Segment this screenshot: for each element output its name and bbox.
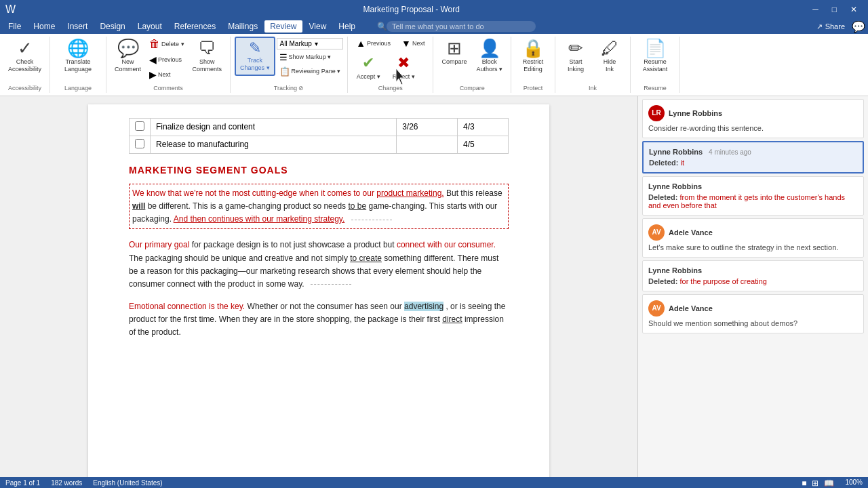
show-comments-button[interactable]: 🗨 ShowComments: [189, 37, 226, 76]
accessibility-group: ✓ CheckAccessibility Accessibility: [0, 37, 50, 93]
menu-file[interactable]: File: [3, 20, 26, 33]
reviewing-pane-icon: 📋: [279, 66, 290, 77]
comments-button[interactable]: 💬: [852, 20, 865, 33]
block-authors-button[interactable]: 👤 BlockAuthors ▾: [472, 37, 507, 76]
minimize-button[interactable]: ─: [807, 2, 824, 17]
comment-text-6: Should we mention something about demos?: [648, 319, 858, 327]
resume-assistant-icon: 📄: [644, 39, 666, 57]
window-title: Marketing Proposal - Word: [16, 5, 807, 14]
tracking-group-label: Tracking ⊘: [274, 83, 304, 93]
comment-user-5: Lynne Robbins: [648, 266, 702, 274]
table-row: Release to manufacturing 4/5: [130, 136, 509, 153]
block-authors-icon: 👤: [479, 39, 500, 57]
next-comment-button[interactable]: ▶ Next: [146, 68, 187, 81]
share-icon: ↗: [816, 22, 823, 31]
menu-help[interactable]: Help: [333, 20, 361, 33]
check-accessibility-button[interactable]: ✓ CheckAccessibility: [4, 37, 45, 76]
delete-comment-button[interactable]: 🗑 Delete ▾: [146, 37, 187, 52]
start-inking-button[interactable]: ✏ StartInking: [559, 37, 592, 76]
previous-icon: ◀: [149, 54, 157, 65]
comment-user-2: Lynne Robbins: [649, 148, 703, 156]
comment-block-4[interactable]: AV Adele Vance Let's make sure to outlin…: [642, 218, 864, 258]
resume-assistant-button[interactable]: 📄 ResumeAssistant: [635, 37, 675, 76]
reject-icon: ✖: [397, 54, 410, 72]
track-changes-icon: ✎: [249, 41, 261, 56]
read-view-button[interactable]: ■: [802, 479, 806, 488]
menu-mailings[interactable]: Mailings: [222, 20, 263, 33]
maximize-button[interactable]: □: [827, 2, 842, 17]
comment-user-1: Lynne Robbins: [669, 109, 722, 117]
date-cell-1b: 4/3: [457, 118, 508, 136]
menu-review[interactable]: Review: [264, 20, 302, 33]
comment-block-3[interactable]: Lynne Robbins Deleted: from the moment i…: [642, 176, 864, 216]
changes-group: ▲ Previous ▼ Next ✔ Accept ▾ ✖: [348, 37, 433, 93]
show-markup-icon: ☰: [279, 52, 288, 62]
ribbon: ✓ CheckAccessibility Accessibility 🌐 Tra…: [0, 34, 868, 96]
reviewing-pane-button[interactable]: 📋 Reviewing Pane ▾: [277, 65, 344, 78]
to-create-span: to create: [350, 253, 382, 263]
avatar-av-2: AV: [648, 300, 665, 317]
date-cell-1a: 3/26: [397, 118, 458, 136]
menu-design[interactable]: Design: [94, 20, 130, 33]
task-checkbox-1[interactable]: [135, 121, 144, 131]
new-comment-icon: 💬: [117, 39, 139, 57]
ink-group: ✏ StartInking 🖊 HideInk Ink: [555, 37, 631, 93]
comments-panel: LR Lynne Robbins Consider re-wording thi…: [637, 96, 868, 477]
share-button[interactable]: ↗ Share: [816, 22, 845, 31]
document-area[interactable]: Finalize design and content 3/26 4/3 Rel…: [0, 96, 637, 477]
resume-group-label: Resume: [644, 83, 667, 93]
track-changes-button[interactable]: ✎ TrackChanges ▾: [235, 37, 275, 76]
close-button[interactable]: ✕: [845, 2, 863, 17]
avatar-lr-1: LR: [648, 105, 665, 121]
translate-language-button[interactable]: 🌐 TranslateLanguage: [54, 37, 102, 76]
tracking-group: ✎ TrackChanges ▾ All Markup ▾ ☰ Show Mar…: [231, 37, 348, 93]
comment-text-5: Deleted: for the purpose of creating: [648, 277, 858, 285]
paragraph-1[interactable]: We know that we're not the most cutting-…: [129, 184, 509, 230]
comment-block-5[interactable]: Lynne Robbins Deleted: for the purpose o…: [642, 260, 864, 291]
avatar-av-1: AV: [648, 224, 665, 241]
word-count: 182 words: [51, 479, 82, 487]
previous-change-button[interactable]: ▲ Previous: [352, 37, 395, 50]
comment-text-4: Let's make sure to outline the strategy …: [648, 243, 858, 251]
restrict-editing-button[interactable]: 🔒 RestrictEditing: [515, 37, 551, 76]
paragraph-2[interactable]: Our primary goal for package design is t…: [129, 239, 509, 291]
compare-group-label: Compare: [460, 83, 485, 93]
menu-insert[interactable]: Insert: [62, 20, 93, 33]
menu-home[interactable]: Home: [28, 20, 60, 33]
web-view-button[interactable]: 📖: [824, 479, 834, 488]
title-bar: W Marketing Proposal - Word ─ □ ✕: [0, 0, 868, 19]
markup-dropdown-label: All Markup: [280, 40, 312, 47]
task-checkbox-2[interactable]: [135, 139, 144, 148]
comment-text-2: Deleted: it: [649, 159, 857, 167]
zoom-level: 100%: [845, 479, 863, 488]
language-info: English (United States): [93, 479, 162, 487]
menu-references[interactable]: References: [169, 20, 221, 33]
show-markup-button[interactable]: ☰ Show Markup ▾: [277, 51, 344, 64]
accept-button[interactable]: ✔ Accept ▾: [352, 52, 384, 83]
main-area: Finalize design and content 3/26 4/3 Rel…: [0, 96, 868, 477]
reject-button[interactable]: ✖ Reject ▾: [387, 52, 420, 83]
task-table: Finalize design and content 3/26 4/3 Rel…: [129, 118, 509, 154]
print-view-button[interactable]: ⊞: [812, 479, 818, 488]
comment-block-6[interactable]: AV Adele Vance Should we mention somethi…: [642, 294, 864, 333]
comment-block-1[interactable]: LR Lynne Robbins Consider re-wording thi…: [642, 99, 864, 138]
new-comment-button[interactable]: 💬 NewComment: [111, 37, 145, 76]
paragraph-3[interactable]: Emotional connection is the key. Whether…: [129, 300, 509, 340]
translate-icon: 🌐: [67, 39, 89, 57]
next-change-icon: ▼: [401, 38, 411, 49]
accept-icon: ✔: [362, 54, 374, 72]
next-change-button[interactable]: ▼ Next: [397, 37, 429, 50]
advertising-word: advertising: [404, 302, 443, 311]
menu-view[interactable]: View: [304, 20, 332, 33]
language-group: 🌐 TranslateLanguage Language: [50, 37, 106, 93]
comment-user-6: Adele Vance: [669, 304, 713, 312]
hide-ink-button[interactable]: 🖊 HideInk: [593, 37, 626, 76]
next-icon: ▶: [149, 69, 157, 80]
menu-layout[interactable]: Layout: [132, 20, 167, 33]
comment-block-2[interactable]: Lynne Robbins 4 minutes ago Deleted: it: [642, 141, 864, 174]
search-input[interactable]: [387, 21, 536, 32]
markup-dropdown[interactable]: All Markup ▾: [277, 38, 344, 49]
previous-comment-button[interactable]: ◀ Previous: [146, 53, 187, 66]
compare-group: ⊞ Compare 👤 BlockAuthors ▾ Compare: [433, 37, 511, 93]
compare-button[interactable]: ⊞ Compare: [437, 37, 471, 68]
